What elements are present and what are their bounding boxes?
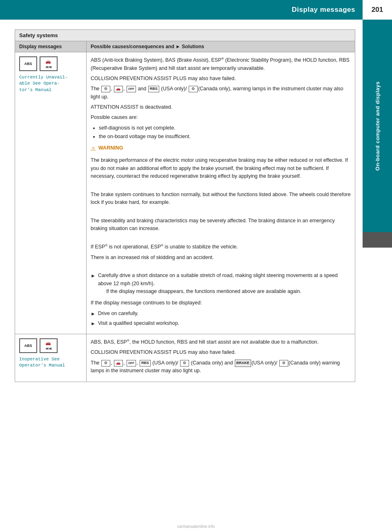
arrow-item-1: ► Carefully drive a short distance on a … bbox=[91, 272, 351, 297]
row2-para-2: COLLISION PREVENTION ASSIST PLUS may als… bbox=[91, 349, 351, 356]
symbol-icon-r2-2: 🚗 bbox=[114, 360, 123, 367]
arrow-text-1: Carefully drive a short distance on a su… bbox=[98, 272, 351, 297]
symbol-icon-4: ⊙ bbox=[189, 86, 198, 92]
header-title: Display messages bbox=[292, 6, 355, 14]
symbol-icon-1: ⊙ bbox=[101, 86, 110, 92]
causes-cell-2: ABS, BAS, ESP®, the HOLD function, RBS a… bbox=[87, 334, 355, 382]
para-1-3: The ⊙, 🚗, OFF and RBS (USA only)/ ⊙(Cana… bbox=[91, 85, 351, 101]
para-1-1: ABS (Anti-lock Braking System), BAS (Bra… bbox=[91, 56, 351, 72]
display-cell-2: ABS 🚗≪≪ Inoperative SeeOperator's Manual bbox=[15, 334, 87, 382]
page-number-box: 201 bbox=[363, 0, 392, 20]
side-tab-label: On-board computer and displays bbox=[374, 81, 381, 171]
table-row: ABS 🚗≪≪ Currently Unavail-able See Opera… bbox=[15, 52, 355, 334]
car-icon-box: 🚗≪≪ bbox=[40, 56, 58, 71]
arrow-char-3: ► bbox=[91, 320, 96, 328]
display-label-1: Currently Unavail-able See Opera-tor's M… bbox=[19, 74, 82, 93]
row2-para-1: ABS, BAS, ESP®, the HOLD function, RBS a… bbox=[91, 338, 351, 346]
symbol-icon-r2-3: OFF bbox=[127, 360, 136, 367]
causes-cell-1: ABS (Anti-lock Braking System), BAS (Bra… bbox=[87, 52, 355, 334]
main-content: Safety systems Display messages Possible… bbox=[15, 29, 355, 382]
symbol-icon-r2-1: ⊙ bbox=[101, 360, 110, 367]
side-tab-marker bbox=[363, 232, 392, 248]
continue-para: If the display message continues to be d… bbox=[91, 299, 351, 307]
page-number: 201 bbox=[372, 6, 383, 14]
section-header: Safety systems bbox=[15, 30, 355, 41]
warning-para-4: If ESP® is not operational, ESP® is unab… bbox=[91, 243, 351, 251]
arrow-item-3: ► Visit a qualified specialist workshop. bbox=[91, 320, 351, 328]
col1-header: Display messages bbox=[15, 41, 87, 52]
symbol-icon-r2-4: ⊙ bbox=[180, 360, 189, 367]
brake-badge: BRAKE bbox=[235, 360, 251, 367]
table-row: ABS 🚗≪≪ Inoperative SeeOperator's Manual… bbox=[15, 334, 355, 382]
arrow-char-2: ► bbox=[91, 310, 96, 318]
bullet-list-1: self-diagnosis is not yet complete. the … bbox=[99, 124, 351, 141]
arrow-text-2: Drive on carefully. bbox=[98, 310, 351, 317]
col2-header: Possible causes/consequences and ► Solut… bbox=[87, 41, 355, 52]
arrow-item-2: ► Drive on carefully. bbox=[91, 310, 351, 318]
para-1-4: ATTENTION ASSIST is deactivated. bbox=[91, 103, 351, 111]
indent-text-1: If the display message disappears, the f… bbox=[106, 288, 351, 295]
header-bar: Display messages bbox=[0, 0, 392, 20]
para-1-2: COLLISION PREVENTION ASSIST PLUS may als… bbox=[91, 75, 351, 83]
symbol-icon-2: 🚗 bbox=[114, 86, 123, 92]
safety-table: Safety systems Display messages Possible… bbox=[15, 29, 355, 382]
symbol-icon-r2-5: ⊙ bbox=[279, 360, 288, 367]
car-icon-box-2: 🚗≪≪ bbox=[40, 338, 58, 353]
bullet-1: self-diagnosis is not yet complete. bbox=[99, 124, 351, 132]
rbs-badge-2: RBS bbox=[140, 360, 151, 367]
display-cell-1: ABS 🚗≪≪ Currently Unavail-able See Opera… bbox=[15, 52, 87, 334]
row2-para-3: The ⊙, 🚗, OFF, RBS (USA only)/ ⊙ (Canada… bbox=[91, 359, 351, 375]
abs-icon-box: ABS bbox=[19, 56, 37, 71]
abs-text: ABS bbox=[24, 62, 32, 66]
rbs-badge-1: RBS bbox=[148, 86, 159, 92]
abs-text-2: ABS bbox=[24, 344, 32, 348]
warning-para-2: The brake system continues to function n… bbox=[91, 191, 351, 207]
display-label-2: Inoperative SeeOperator's Manual bbox=[19, 356, 82, 369]
warning-para-5: There is an increased risk of skidding a… bbox=[91, 254, 351, 262]
car-symbol: 🚗≪≪ bbox=[45, 59, 52, 69]
side-tab: On-board computer and displays bbox=[363, 20, 392, 232]
arrow-char-1: ► bbox=[91, 272, 96, 280]
warning-para-1: The braking performance of the electric … bbox=[91, 156, 351, 180]
abs-icon-box-2: ABS bbox=[19, 338, 37, 353]
car-symbol-2: 🚗≪≪ bbox=[45, 340, 52, 351]
symbol-icon-3: OFF bbox=[127, 86, 136, 92]
arrow-text-3: Visit a qualified specialist workshop. bbox=[98, 320, 351, 327]
icon-group-1: ABS 🚗≪≪ bbox=[19, 56, 82, 71]
warning-label: WARNING bbox=[98, 144, 123, 152]
bullet-2: the on-board voltage may be insufficient… bbox=[99, 133, 351, 141]
warning-box: ⚠ WARNING bbox=[91, 144, 351, 154]
para-1-5: Possible causes are: bbox=[91, 114, 351, 121]
warning-para-3: The steerability and braking characteris… bbox=[91, 217, 351, 233]
warning-triangle-icon: ⚠ bbox=[91, 145, 96, 154]
watermark: carmanualonline.info bbox=[177, 524, 215, 529]
icon-group-2: ABS 🚗≪≪ bbox=[19, 338, 82, 353]
